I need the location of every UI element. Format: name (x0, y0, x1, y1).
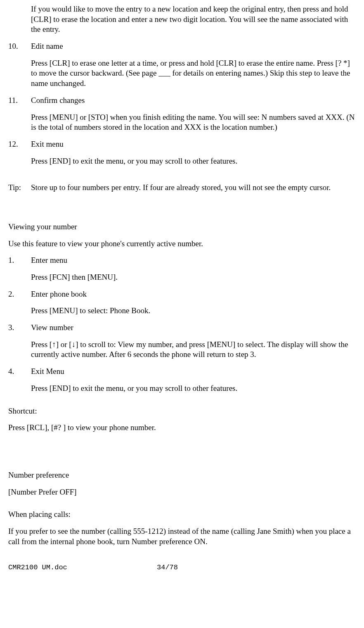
step-11-title: Confirm changes (31, 95, 356, 106)
v-step-1-body: Press [FCN] then [MENU]. (31, 272, 356, 283)
v-step-4-number: 4. (8, 366, 31, 377)
v-step-1-title: Enter menu (31, 255, 356, 266)
tip-label: Tip: (8, 183, 31, 193)
v-step-3-body: Press [↑] or [↓] to scroll to: View my n… (31, 340, 356, 360)
footer: CMR2100 UM.doc 34/78 (8, 563, 356, 572)
footer-page-number: 34/78 (157, 563, 178, 572)
v-step-4-row: 4. Exit Menu (8, 366, 356, 377)
shortcut-body: Press [RCL], [#? ] to view your phone nu… (8, 423, 356, 433)
placing-body: If you prefer to see the number (calling… (8, 526, 356, 547)
v-step-4-title: Exit Menu (31, 366, 356, 377)
viewing-title: Viewing your number (8, 222, 356, 232)
v-step-3-number: 3. (8, 323, 31, 333)
step-12-row: 12. Exit menu (8, 139, 356, 150)
step-12-title: Exit menu (31, 139, 356, 150)
shortcut-label: Shortcut: (8, 406, 356, 416)
v-step-1-number: 1. (8, 255, 31, 266)
footer-filename: CMR2100 UM.doc (8, 563, 157, 572)
step-10-title: Edit name (31, 41, 356, 52)
step-10-body: Press [CLR] to erase one letter at a tim… (31, 58, 356, 89)
step-10-number: 10. (8, 41, 31, 52)
v-step-1-row: 1. Enter menu (8, 255, 356, 266)
numpref-title: Number preference (8, 470, 356, 481)
tip-body: Store up to four numbers per entry. If f… (31, 183, 356, 193)
v-step-4-body: Press [END] to exit the menu, or you may… (31, 383, 356, 394)
step-11-body: Press [MENU] or [STO] when you finish ed… (31, 112, 356, 133)
v-step-3-title: View number (31, 323, 356, 333)
step-11-number: 11. (8, 95, 31, 106)
step-12-number: 12. (8, 139, 31, 150)
step-11-row: 11. Confirm changes (8, 95, 356, 106)
v-step-2-title: Enter phone book (31, 289, 356, 300)
v-step-3-row: 3. View number (8, 323, 356, 333)
v-step-2-row: 2. Enter phone book (8, 289, 356, 300)
placing-title: When placing calls: (8, 509, 356, 520)
numpref-label: [Number Prefer OFF] (8, 487, 356, 497)
v-step-2-number: 2. (8, 289, 31, 300)
step-12-body: Press [END] to exit the menu, or you may… (31, 156, 356, 167)
intro-paragraph: If you would like to move the entry to a… (31, 4, 356, 35)
tip-row: Tip: Store up to four numbers per entry.… (8, 183, 356, 193)
v-step-2-body: Press [MENU] to select: Phone Book. (31, 306, 356, 316)
step-10-row: 10. Edit name (8, 41, 356, 52)
viewing-intro: Use this feature to view your phone's cu… (8, 239, 356, 249)
